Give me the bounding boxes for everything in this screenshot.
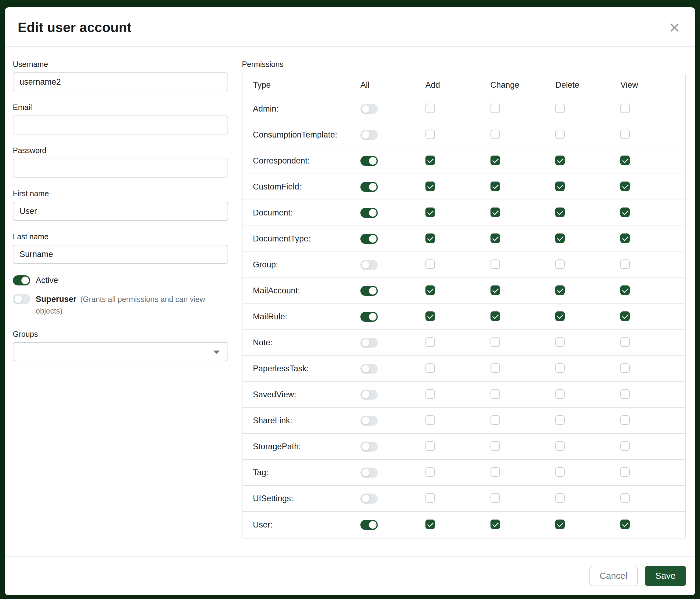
permission-all-toggle[interactable] (360, 390, 378, 400)
permission-all-toggle[interactable] (360, 364, 378, 374)
permission-delete-checkbox[interactable] (555, 415, 565, 425)
permission-delete-checkbox[interactable] (555, 234, 565, 243)
permission-view-checkbox[interactable] (620, 234, 630, 243)
permission-view-checkbox[interactable] (620, 415, 630, 425)
permission-add-checkbox[interactable] (425, 415, 435, 425)
permission-change-checkbox[interactable] (491, 467, 500, 477)
permission-change-checkbox[interactable] (491, 182, 500, 191)
permission-change-checkbox[interactable] (491, 520, 500, 529)
permission-change-checkbox[interactable] (491, 285, 500, 295)
permission-add-checkbox[interactable] (425, 311, 435, 321)
permission-change-checkbox[interactable] (491, 389, 500, 399)
permission-view-checkbox[interactable] (620, 311, 630, 321)
permission-add-checkbox[interactable] (425, 441, 435, 451)
permission-view-checkbox[interactable] (620, 441, 630, 451)
permission-delete-checkbox[interactable] (555, 285, 565, 295)
username-input[interactable] (13, 72, 228, 91)
permission-add-checkbox[interactable] (425, 260, 435, 269)
permission-delete-checkbox[interactable] (555, 520, 565, 529)
permission-change-checkbox[interactable] (491, 234, 500, 243)
permission-all-toggle[interactable] (360, 234, 378, 244)
permission-add-checkbox[interactable] (425, 234, 435, 243)
permission-delete-checkbox[interactable] (555, 467, 565, 477)
permission-view-checkbox[interactable] (620, 520, 630, 529)
permission-add-checkbox[interactable] (425, 520, 435, 529)
cancel-button[interactable]: Cancel (590, 566, 638, 586)
permission-view-checkbox[interactable] (620, 103, 630, 113)
permission-change-checkbox[interactable] (491, 441, 500, 451)
permission-all-toggle[interactable] (360, 416, 378, 426)
active-toggle[interactable] (13, 275, 30, 285)
permission-delete-checkbox[interactable] (555, 182, 565, 191)
permission-delete-checkbox[interactable] (555, 103, 565, 113)
permission-all-toggle[interactable] (360, 520, 378, 530)
permission-delete-checkbox[interactable] (555, 441, 565, 451)
permission-change-checkbox[interactable] (491, 260, 500, 269)
permission-add-checkbox[interactable] (425, 337, 435, 347)
permission-change-checkbox[interactable] (491, 103, 500, 113)
permission-all-toggle[interactable] (360, 260, 378, 270)
permission-delete-checkbox[interactable] (555, 389, 565, 399)
permission-add-checkbox[interactable] (425, 493, 435, 503)
permission-all-toggle[interactable] (360, 156, 378, 166)
permission-delete-checkbox[interactable] (555, 493, 565, 503)
permission-change-checkbox[interactable] (491, 129, 500, 139)
email-field[interactable] (13, 116, 228, 135)
permission-view-checkbox[interactable] (620, 208, 630, 217)
permission-all-toggle[interactable] (360, 208, 378, 218)
permission-all-toggle[interactable] (360, 182, 378, 192)
permission-add-checkbox[interactable] (425, 363, 435, 373)
groups-select[interactable] (13, 342, 228, 361)
first-name-field[interactable] (13, 202, 228, 221)
permission-all-toggle[interactable] (360, 338, 378, 348)
permission-change-checkbox[interactable] (491, 363, 500, 373)
permission-delete-checkbox[interactable] (555, 155, 565, 165)
table-row: Note: (243, 330, 685, 356)
permission-change-checkbox[interactable] (491, 208, 500, 217)
permission-view-checkbox[interactable] (620, 337, 630, 347)
permission-change-checkbox[interactable] (491, 337, 500, 347)
permission-view-checkbox[interactable] (620, 182, 630, 191)
permission-add-checkbox[interactable] (425, 389, 435, 399)
superuser-toggle[interactable] (13, 294, 30, 304)
close-icon[interactable]: × (667, 18, 682, 37)
save-button[interactable]: Save (645, 566, 686, 586)
permission-add-checkbox[interactable] (425, 208, 435, 217)
permission-all-toggle[interactable] (360, 468, 378, 478)
permission-change-checkbox[interactable] (491, 311, 500, 321)
permission-delete-checkbox[interactable] (555, 311, 565, 321)
password-field[interactable] (13, 159, 228, 177)
permission-change-checkbox[interactable] (491, 155, 500, 165)
permission-all-toggle[interactable] (360, 494, 378, 504)
permission-add-checkbox[interactable] (425, 103, 435, 113)
permission-delete-checkbox[interactable] (555, 337, 565, 347)
permission-delete-checkbox[interactable] (555, 129, 565, 139)
permission-view-checkbox[interactable] (620, 467, 630, 477)
permission-change-checkbox[interactable] (491, 415, 500, 425)
permission-view-checkbox[interactable] (620, 363, 630, 373)
permission-all-toggle[interactable] (360, 286, 378, 296)
permission-delete-checkbox[interactable] (555, 208, 565, 217)
permission-view-checkbox[interactable] (620, 129, 630, 139)
permission-delete-checkbox[interactable] (555, 260, 565, 269)
permission-change-checkbox[interactable] (491, 493, 500, 503)
permission-add-checkbox[interactable] (425, 182, 435, 191)
permission-all-toggle[interactable] (360, 312, 378, 322)
permission-all-toggle[interactable] (360, 104, 378, 114)
user-form: Username Email Password First name Last … (13, 60, 228, 547)
permission-delete-checkbox[interactable] (555, 363, 565, 373)
permission-add-checkbox[interactable] (425, 155, 435, 165)
permission-view-checkbox[interactable] (620, 389, 630, 399)
permission-view-checkbox[interactable] (620, 285, 630, 295)
permission-add-checkbox[interactable] (425, 129, 435, 139)
permission-view-checkbox[interactable] (620, 155, 630, 165)
permission-type-label: Note: (253, 338, 273, 347)
permission-view-checkbox[interactable] (620, 493, 630, 503)
permission-all-toggle[interactable] (360, 441, 378, 452)
permission-view-checkbox[interactable] (620, 260, 630, 269)
permission-all-toggle[interactable] (360, 130, 378, 140)
permission-add-checkbox[interactable] (425, 285, 435, 295)
chevron-down-icon (214, 351, 220, 354)
last-name-field[interactable] (13, 245, 228, 264)
permission-add-checkbox[interactable] (425, 467, 435, 477)
